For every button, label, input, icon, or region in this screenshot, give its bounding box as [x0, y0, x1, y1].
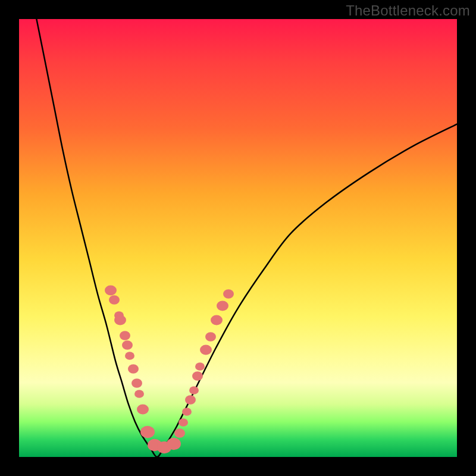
- bead: [185, 395, 196, 404]
- hotspot-beads: [105, 286, 234, 454]
- bead: [122, 340, 133, 349]
- bead: [195, 362, 205, 371]
- bead: [211, 315, 223, 325]
- bead: [128, 364, 139, 373]
- bead: [167, 438, 181, 450]
- bead: [105, 286, 117, 296]
- bead: [134, 390, 144, 398]
- bead: [217, 301, 228, 311]
- bead: [109, 295, 120, 304]
- bead: [205, 332, 216, 341]
- bead: [137, 405, 149, 415]
- bead: [125, 352, 134, 360]
- bead: [182, 408, 192, 416]
- plot-area: [19, 19, 457, 457]
- bead: [178, 418, 188, 427]
- bead: [120, 331, 130, 340]
- bottleneck-curve: [36, 19, 457, 457]
- chart-frame: TheBottleneck.com: [0, 0, 476, 476]
- bead: [140, 426, 155, 438]
- watermark-label: TheBottleneck.com: [346, 2, 470, 19]
- bead: [192, 371, 203, 380]
- bead: [131, 378, 142, 387]
- curve-svg: [19, 19, 457, 457]
- bead: [114, 315, 126, 325]
- bead: [174, 428, 185, 437]
- bead: [189, 386, 199, 394]
- bead: [200, 345, 212, 355]
- bead: [223, 289, 234, 298]
